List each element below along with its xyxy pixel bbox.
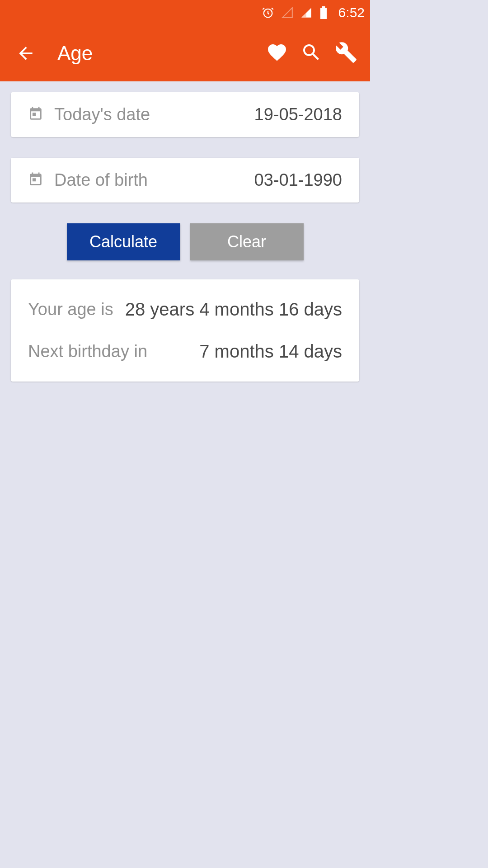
- dob-card[interactable]: Date of birth 03-01-1990: [11, 158, 359, 203]
- calculate-button[interactable]: Calculate: [67, 223, 180, 260]
- alarm-icon: [262, 6, 274, 19]
- signal-icon: [300, 7, 312, 19]
- results-card: Your age is 28 years 4 months 16 days Ne…: [11, 279, 359, 382]
- today-date-card[interactable]: Today's date 19-05-2018: [11, 92, 359, 137]
- dob-value: 03-01-1990: [254, 170, 342, 190]
- signal-empty-icon: [282, 7, 293, 19]
- svg-rect-2: [322, 6, 325, 8]
- today-date-label: Today's date: [54, 105, 254, 124]
- app-bar: Age: [0, 25, 370, 81]
- next-birthday-value: 7 months 14 days: [199, 341, 342, 362]
- back-button[interactable]: [16, 43, 36, 63]
- button-row: Calculate Clear: [11, 223, 359, 260]
- status-bar: 6:52: [0, 0, 370, 25]
- next-birthday-row: Next birthday in 7 months 14 days: [28, 330, 342, 373]
- age-result-row: Your age is 28 years 4 months 16 days: [28, 288, 342, 330]
- dob-label: Date of birth: [54, 170, 254, 190]
- favorite-icon[interactable]: [266, 42, 288, 65]
- age-value: 28 years 4 months 16 days: [125, 299, 342, 320]
- status-time: 6:52: [338, 5, 365, 20]
- age-label: Your age is: [28, 300, 113, 319]
- clear-button[interactable]: Clear: [190, 223, 304, 260]
- calendar-icon: [28, 172, 43, 189]
- svg-rect-1: [320, 8, 327, 19]
- tools-icon[interactable]: [335, 41, 357, 66]
- calendar-icon: [28, 106, 43, 123]
- app-bar-actions: [266, 41, 357, 66]
- content: Today's date 19-05-2018 Date of birth 03…: [0, 81, 370, 392]
- next-birthday-label: Next birthday in: [28, 342, 147, 361]
- battery-icon: [319, 6, 328, 19]
- today-date-value: 19-05-2018: [254, 105, 342, 124]
- page-title: Age: [57, 42, 266, 65]
- search-icon[interactable]: [300, 42, 322, 65]
